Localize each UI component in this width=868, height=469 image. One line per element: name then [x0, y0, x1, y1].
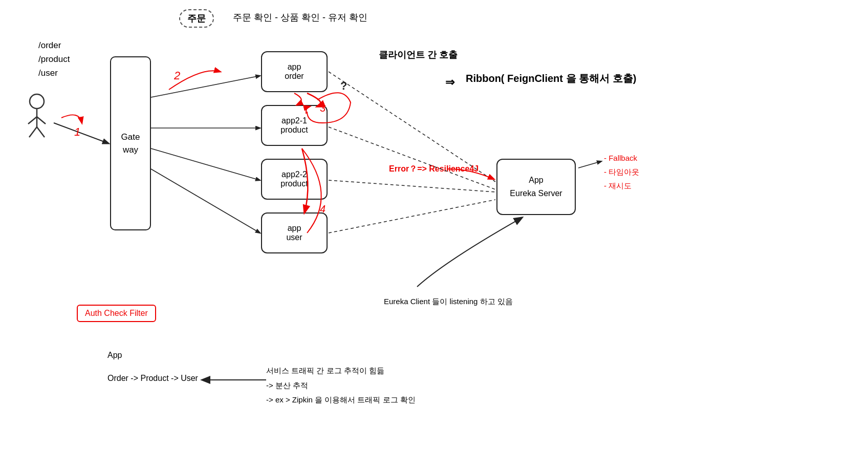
double-arrow: ⇒: [445, 76, 454, 89]
app2-2-line2: product: [280, 179, 308, 188]
auth-filter-label: Auth Check Filter: [85, 309, 148, 317]
person-icon: [23, 92, 51, 138]
joomun-description: 주문 확인 - 상품 확인 - 유저 확인: [233, 11, 367, 24]
svg-line-18: [329, 200, 495, 233]
gateway-box: Gateway: [110, 56, 151, 230]
gateway-label: Gateway: [121, 131, 140, 157]
svg-text:2: 2: [173, 69, 180, 82]
svg-line-17: [329, 180, 495, 192]
route-product: /product: [38, 52, 70, 66]
traffic-desc: 서비스 트래픽 간 로그 추적이 힘듦 -> 분산 추적 -> ex > Zip…: [266, 364, 416, 408]
app2-1-line2: product: [280, 125, 308, 135]
traffic-desc3: -> ex > Zipkin 을 이용해서 트래픽 로그 확인: [266, 393, 416, 408]
ribbon-feign-label: Ribbon( FeignClient 을 통해서 호출): [466, 72, 636, 86]
svg-line-6: [54, 123, 108, 143]
svg-line-11: [151, 148, 260, 180]
svg-line-12: [151, 169, 260, 233]
route-labels: /order /product /user: [38, 38, 70, 80]
svg-line-2: [28, 117, 37, 124]
app-user-box: app user: [261, 212, 328, 253]
eureka-server-box: App Eureka Server: [496, 159, 576, 215]
eureka-line1: App: [529, 174, 543, 187]
traffic-desc2: -> 분산 추적: [266, 378, 416, 393]
inter-client-label: 클라이언트 간 호출: [379, 49, 458, 61]
joomun-box: 주문: [179, 9, 214, 28]
app2-1-box: app2-1 product: [261, 105, 328, 146]
svg-line-5: [37, 127, 45, 137]
route-order: /order: [38, 38, 70, 52]
error-resilience-label: Error？=> Resilience4J: [389, 164, 479, 175]
app-order-box: app order: [261, 51, 328, 92]
timeout-label: - 타임아웃: [604, 165, 639, 179]
app2-2-box: app2-2 product: [261, 159, 328, 200]
resilience-options: - Fallback - 타임아웃 - 재시도: [604, 151, 639, 193]
svg-text:?: ?: [340, 79, 347, 92]
eureka-line2: Eureka Server: [510, 187, 562, 200]
app2-2-line1: app2-2: [281, 170, 307, 179]
app2-1-line1: app2-1: [281, 116, 307, 125]
svg-point-0: [30, 94, 44, 109]
svg-text:1: 1: [74, 125, 80, 138]
svg-line-8: [151, 76, 260, 97]
app-order-line1: app: [288, 62, 301, 72]
svg-line-16: [329, 127, 495, 189]
eureka-listening-label: Eureka Client 들이 listening 하고 있음: [384, 297, 513, 307]
joomun-label-text: 주문: [187, 13, 206, 24]
svg-line-20: [578, 161, 601, 168]
svg-line-4: [29, 127, 37, 137]
order-product-user: Order -> Product -> User: [107, 374, 198, 383]
route-user: /user: [38, 66, 70, 80]
diagram-container: 주문 주문 확인 - 상품 확인 - 유저 확인 /order /product…: [0, 0, 868, 469]
svg-line-3: [37, 117, 46, 124]
fallback-label: - Fallback: [604, 151, 639, 165]
app-user-line2: user: [286, 233, 302, 242]
traffic-desc1: 서비스 트래픽 간 로그 추적이 힘듦: [266, 364, 416, 378]
auth-check-filter: Auth Check Filter: [77, 305, 156, 322]
bottom-app-label: App: [107, 351, 122, 360]
retry-label: - 재시도: [604, 179, 639, 193]
app-order-line2: order: [285, 72, 303, 81]
app-user-line1: app: [288, 224, 301, 233]
